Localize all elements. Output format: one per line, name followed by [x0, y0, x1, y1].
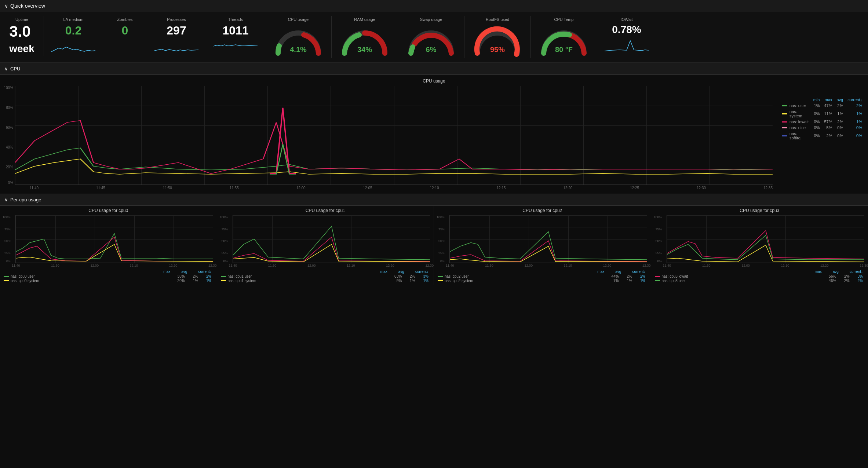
cpu2-hdr-max: max — [597, 270, 604, 274]
cpu2-row-user: nas: cpu2 user 44%2%2% — [438, 274, 647, 278]
cpu0-svg — [16, 215, 213, 263]
cpu2-title: CPU usage for cpu2 — [434, 208, 651, 213]
cpu1-hdr-max: max — [380, 270, 387, 274]
cpu3-y-axis: 100% 75% 50% 25% 0% — [651, 215, 663, 263]
cpu3-hdr-max: max — [815, 270, 822, 274]
cpu0-title: CPU usage for cpu0 — [0, 208, 217, 213]
cpu-section-header[interactable]: ∨ CPU — [0, 63, 868, 75]
legend-header-name — [780, 97, 811, 103]
threads-value: 1011 — [222, 24, 248, 37]
cpu3-avg-iowait: 2% — [844, 274, 849, 278]
cpu0-row-user: nas: cpu0 user 38%2%2% — [4, 274, 213, 278]
cpu2-values-user: 44%2%2% — [612, 274, 647, 278]
cpu0-hdr-current: current↓ — [198, 270, 211, 274]
legend-label-iowait: nas: iowait — [780, 119, 811, 125]
cpu0-xl-5: 12:20 — [169, 264, 178, 267]
cpu0-label-user: nas: cpu0 user — [4, 274, 178, 278]
legend-avg-iowait: 2% — [835, 119, 846, 125]
cpu3-x-labels: 11:40 11:50 12:00 12:10 12:20 12:30 — [663, 263, 868, 268]
iowait-value: 0.78% — [612, 24, 641, 36]
cpu0-chart-wrapper: 100% 75% 50% 25% 0% — [0, 215, 217, 268]
cpu1-svg — [233, 215, 430, 263]
cpu0-max-user: 38% — [178, 274, 185, 278]
legend-table: min max avg current↓ nas: user 1% 47% 2%… — [780, 97, 864, 141]
cpu1-x-labels: 11:40 11:50 12:00 12:10 12:20 12:30 — [229, 263, 434, 268]
la-medium-label: LA medium — [63, 17, 83, 22]
cpu1-values-user: 63%2%3% — [394, 274, 430, 278]
legend-row-softirq: nas: softirq 0% 2% 0% 0% — [780, 131, 864, 141]
cpu1-xl-6: 12:30 — [425, 264, 434, 267]
chart-svg — [15, 86, 773, 184]
cpu1-y-100: 100% — [219, 215, 228, 219]
legend-row-system: nas: system 0% 11% 1% 1% — [780, 109, 864, 119]
cpu2-body: 11:40 11:50 12:00 12:10 12:20 12:30 — [446, 215, 651, 268]
y-label-40: 40% — [6, 145, 13, 149]
ram-usage-label: RAM usage — [354, 17, 375, 22]
legend-avg-user: 2% — [835, 103, 846, 109]
cpu0-color-user — [4, 276, 9, 277]
cpu0-cur-user: 2% — [206, 274, 211, 278]
cpu2-hdr-avg: avg — [615, 270, 621, 274]
x-label-1155: 11:55 — [230, 186, 239, 190]
legend-current-softirq: 0% — [845, 131, 864, 141]
cpu1-chart-area — [233, 215, 430, 263]
cpu2-y-50: 50% — [438, 239, 445, 243]
per-cpu-section: CPU usage for cpu0 100% 75% 50% 25% 0% — [0, 206, 868, 285]
cpu0-row-system: nas: cpu0 system 20%1%1% — [4, 279, 213, 283]
chart-body: 11:40 11:45 11:50 11:55 12:00 12:05 12:1… — [15, 86, 773, 190]
cpu1-title: CPU usage for cpu1 — [217, 208, 434, 213]
cpu1-y-50: 50% — [221, 239, 228, 243]
cpu1-color-system — [221, 280, 226, 281]
legend-current-system: 1% — [845, 109, 864, 119]
overview-item-rootfs: RootFS used 95% — [464, 16, 531, 58]
cpu1-max-system: 9% — [397, 279, 402, 283]
cpu2-xl-5: 12:20 — [603, 264, 612, 267]
processes-sparkline — [154, 39, 198, 54]
per-cpu-section-header[interactable]: ∨ Per-cpu usage — [0, 194, 868, 206]
cpu2-chart-wrapper: 100% 75% 50% 25% 0% — [434, 215, 651, 268]
cpu3-chart-wrapper: 100% 75% 50% 25% 0% — [651, 215, 868, 268]
cpu0-x-labels: 11:40 11:50 12:00 12:10 12:20 12:30 — [12, 263, 217, 268]
rootfs-gauge: 95% — [472, 24, 523, 57]
cpu0-label-system: nas: cpu0 system — [4, 279, 178, 283]
cpu0-xl-4: 12:10 — [130, 264, 138, 267]
cpu2-label-user: nas: cpu2 user — [438, 274, 612, 278]
cpu3-legend: max avg current↓ nas: cpu3 iowait 56%2%3… — [655, 270, 865, 283]
cpu2-y-75: 75% — [438, 227, 445, 231]
cpu3-color-user — [655, 280, 660, 281]
legend-max-system: 11% — [822, 109, 834, 119]
cpu1-legend-header: max avg current↓ — [221, 270, 430, 274]
cpu3-xl-3: 12:00 — [741, 264, 750, 267]
legend-color-system — [782, 113, 787, 114]
cpu3-y-0: 0% — [657, 259, 662, 263]
cpu3-color-iowait — [655, 276, 660, 277]
legend-min-nice: 0% — [811, 125, 822, 131]
y-label-20: 20% — [6, 165, 13, 169]
cpu2-avg-system: 1% — [627, 279, 632, 283]
cpu3-svg — [667, 215, 865, 263]
x-label-1210: 12:10 — [430, 186, 439, 190]
cpu-temp-label: CPU Temp — [554, 17, 574, 22]
cpu1-hdr-avg: avg — [398, 270, 404, 274]
legend-header-current: current↓ — [845, 97, 864, 103]
cpu1-label-user: nas: cpu1 user — [221, 274, 395, 278]
cpu0-body: 11:40 11:50 12:00 12:10 12:20 12:30 — [12, 215, 217, 268]
y-label-80: 80% — [6, 106, 13, 110]
cpu3-cur-user: 2% — [858, 279, 863, 283]
la-medium-value: 0.2 — [65, 24, 81, 37]
cpu3-label-user: nas: cpu3 user — [655, 279, 829, 283]
cpu2-chart-area — [449, 215, 647, 263]
cpu0-y-75: 75% — [4, 227, 11, 231]
legend-row-iowait: nas: iowait 0% 57% 2% 1% — [780, 119, 864, 125]
cpu1-cur-user: 3% — [423, 274, 428, 278]
legend-min-user: 1% — [811, 103, 822, 109]
cpu1-xl-1: 11:40 — [229, 264, 237, 267]
overview-item-la-medium: LA medium 0.2 — [44, 16, 103, 55]
quick-overview-header[interactable]: ∨ Quick overview — [0, 0, 868, 12]
legend-label-nice: nas: nice — [780, 125, 811, 131]
cpu1-chart-wrapper: 100% 75% 50% 25% 0% — [217, 215, 434, 268]
cpu1-avg-user: 2% — [410, 274, 415, 278]
x-label-1150: 11:50 — [163, 186, 172, 190]
cpu3-y-75: 75% — [655, 227, 662, 231]
cpu-usage-section: CPU usage 100% 80% 60% 40% 20% 0% — [0, 75, 868, 194]
